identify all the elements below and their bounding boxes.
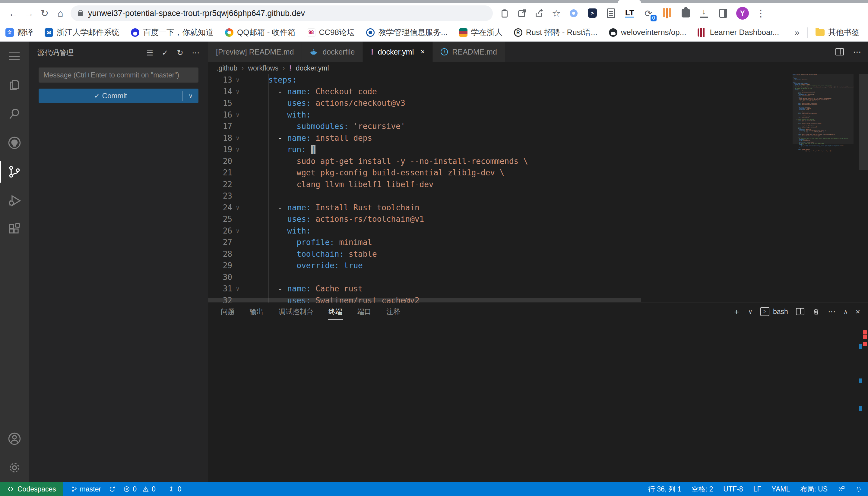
split-terminal-icon[interactable] <box>796 308 804 315</box>
sync-indicator[interactable] <box>109 486 116 492</box>
fold-chevron-icon[interactable]: ∨ <box>236 109 239 121</box>
breadcrumb[interactable]: .github › workflows › ! docker.yml <box>208 62 868 74</box>
panel-tab-输出[interactable]: 输出 <box>249 305 264 318</box>
notifications-bell-icon[interactable] <box>855 485 862 493</box>
bookmark-item[interactable]: QQ邮箱 - 收件箱 <box>225 27 296 38</box>
reload-button[interactable]: ↻ <box>37 9 53 18</box>
eol-sequence[interactable]: LF <box>753 485 761 493</box>
tab-dockerfile[interactable]: dockerfile <box>302 42 363 62</box>
bookmark-item[interactable]: weloveinterns/op... <box>609 28 686 37</box>
settings-gear-icon[interactable] <box>0 453 29 482</box>
tab-docker-yml[interactable]: ! docker.yml × <box>363 42 433 62</box>
fold-chevron-icon[interactable]: ∨ <box>236 283 239 295</box>
close-tab-icon[interactable]: × <box>420 48 425 56</box>
fold-chevron-icon[interactable]: ∨ <box>236 132 239 144</box>
bookmark-item[interactable]: 翻译 <box>5 27 33 38</box>
language-mode[interactable]: YAML <box>772 485 790 493</box>
editor-horizontal-scrollbar[interactable] <box>208 298 641 302</box>
terminal-shell-label[interactable]: bash <box>773 308 788 316</box>
fold-chevron-icon[interactable]: ∨ <box>236 202 239 214</box>
menu-button[interactable] <box>0 42 29 71</box>
editor-more-actions-icon[interactable]: ⋯ <box>853 47 862 57</box>
tab-readme[interactable]: i README.md <box>433 42 505 62</box>
breadcrumb-folder[interactable]: workflows <box>248 64 279 72</box>
close-panel-icon[interactable]: × <box>856 307 860 316</box>
bookmark-item[interactable]: 百度一下，你就知道 <box>131 27 213 38</box>
search-icon[interactable] <box>0 99 29 128</box>
minimap-slider[interactable] <box>793 74 854 144</box>
bookmark-star-icon[interactable]: ☆ <box>552 9 561 18</box>
view-as-list-icon[interactable]: ☰ <box>146 49 153 57</box>
explorer-icon[interactable] <box>0 71 29 99</box>
clipboard-icon[interactable] <box>499 8 510 18</box>
run-debug-icon[interactable] <box>0 186 29 215</box>
encoding[interactable]: UTF-8 <box>723 485 743 493</box>
tab-preview-readme[interactable]: [Preview] README.md <box>208 42 302 62</box>
bookmark-item[interactable]: 学在浙大 <box>459 27 503 38</box>
breadcrumb-folder[interactable]: .github <box>216 64 237 72</box>
browser-active-tab-edge[interactable] <box>618 0 641 3</box>
panel-tab-端口[interactable]: 端口 <box>357 305 372 318</box>
fold-chevron-icon[interactable]: ∨ <box>236 74 239 86</box>
other-bookmarks-folder[interactable]: 其他书签 <box>815 27 859 38</box>
more-actions-icon[interactable]: ⋯ <box>192 49 200 57</box>
bookmark-item[interactable]: Rust 招聘 - Rust语... <box>514 27 597 38</box>
notes-extension-icon[interactable] <box>605 7 617 19</box>
panel-more-actions-icon[interactable]: ⋯ <box>828 307 836 316</box>
problems-indicator[interactable]: 0 0 <box>123 485 155 493</box>
bookmark-item[interactable]: Learner Dashboar... <box>698 28 779 37</box>
line-number: 21 <box>208 167 232 179</box>
commit-check-icon[interactable]: ✓ <box>162 49 168 57</box>
open-in-new-icon[interactable] <box>517 8 527 18</box>
forward-button[interactable]: → <box>21 9 37 18</box>
commit-message-input[interactable] <box>39 67 198 82</box>
bookmark-item[interactable]: CC98论坛 <box>307 27 355 38</box>
extensions-puzzle-icon[interactable] <box>680 7 691 19</box>
back-button[interactable]: ← <box>5 9 21 18</box>
home-button[interactable]: ⌂ <box>53 9 68 18</box>
ports-indicator[interactable]: 0 <box>168 485 182 493</box>
github-icon[interactable] <box>0 128 29 157</box>
sync-extension-icon[interactable]: ⟳0 <box>643 7 654 19</box>
browser-menu-icon[interactable]: ⋮ <box>756 9 766 18</box>
share-icon[interactable] <box>535 8 545 18</box>
bookmark-item[interactable]: 浙江大学邮件系统 <box>45 27 119 38</box>
panel-tab-调试控制台[interactable]: 调试控制台 <box>278 305 314 318</box>
indentation[interactable]: 空格: 2 <box>691 484 713 494</box>
cursor-position[interactable]: 行 36, 列 1 <box>648 484 681 494</box>
refresh-icon[interactable]: ↻ <box>177 49 183 57</box>
editor-vertical-scrollbar[interactable] <box>859 74 868 170</box>
url-bar[interactable]: yunwei37-potential-space-trout-rpr5qwj66… <box>71 5 493 21</box>
feedback-icon[interactable] <box>838 485 845 493</box>
panel-tab-问题[interactable]: 问题 <box>220 305 235 318</box>
fold-chevron-icon[interactable]: ∨ <box>236 86 239 98</box>
split-editor-icon[interactable] <box>835 48 844 56</box>
commit-dropdown-chevron[interactable]: ∨ <box>183 92 198 99</box>
commit-button[interactable]: ✓ Commit ∨ <box>39 89 198 103</box>
keyboard-layout[interactable]: 布局: US <box>800 484 827 494</box>
side-panel-icon[interactable] <box>718 7 729 19</box>
shield-terminal-extension-icon[interactable]: > <box>587 7 598 19</box>
kill-terminal-trash-icon[interactable] <box>812 307 820 316</box>
maximize-panel-icon[interactable]: ∧ <box>843 308 848 315</box>
bookmarks-overflow-chevron[interactable]: » <box>794 27 799 38</box>
new-terminal-icon[interactable]: ＋ <box>733 307 740 317</box>
breadcrumb-file[interactable]: docker.yml <box>296 64 329 72</box>
branch-indicator[interactable]: master <box>71 485 101 493</box>
downloads-icon[interactable] <box>699 7 710 19</box>
profile-avatar[interactable]: Y <box>736 7 749 19</box>
fold-chevron-icon[interactable]: ∨ <box>236 144 239 155</box>
languagetool-extension-icon[interactable]: LT <box>624 7 635 19</box>
bookmark-item[interactable]: 教学管理信息服务... <box>366 27 448 38</box>
account-icon[interactable] <box>0 424 29 453</box>
panel-tab-注释[interactable]: 注释 <box>386 305 401 318</box>
source-control-icon[interactable] <box>0 157 29 186</box>
crayons-extension-icon[interactable] <box>661 7 673 19</box>
terminal-dropdown-chevron[interactable]: ∨ <box>748 308 752 315</box>
fold-chevron-icon[interactable]: ∨ <box>236 225 239 237</box>
panel-tab-终端[interactable]: 终端 <box>328 305 343 318</box>
extensions-icon[interactable] <box>0 215 29 244</box>
code-editor[interactable]: 13∨ steps:14∨ - name: Checkout code15 us… <box>208 74 793 303</box>
remote-indicator[interactable]: Codespaces <box>0 482 63 496</box>
ring-extension-icon[interactable] <box>568 7 579 19</box>
